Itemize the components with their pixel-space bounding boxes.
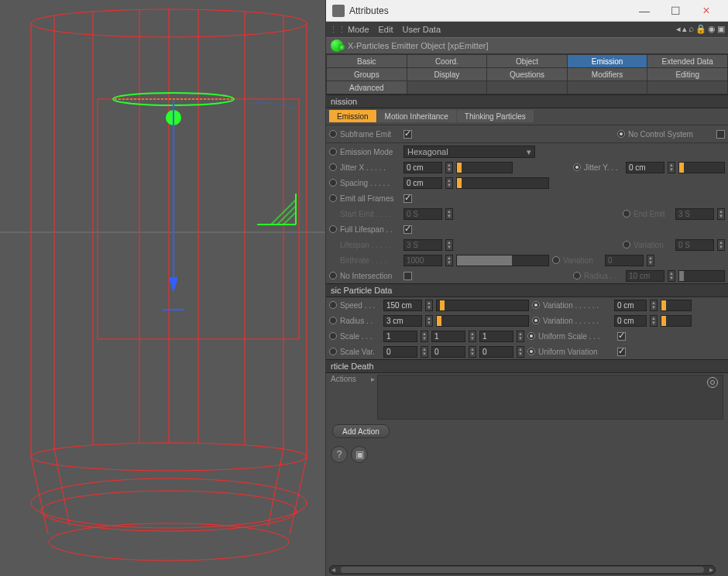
radio-jx[interactable] [329,163,337,171]
new-window-icon[interactable]: ▣ [717,24,725,34]
lbl-start: Start Emit . . . . [340,210,400,218]
radio-sp[interactable] [329,179,337,187]
spinner-prvar[interactable] [650,315,658,327]
chk-eaf[interactable] [403,194,412,203]
lbl-prvar: Variation . . . . . . [543,317,611,325]
window-titlebar[interactable]: Attributes — ☐ × [326,0,728,22]
input-nrad: 10 cm [626,270,664,282]
radio-nocontrol[interactable] [617,130,625,138]
spinner-sp[interactable] [445,177,453,189]
input-scale-z[interactable]: 1 [479,331,513,342]
spinner-svar[interactable] [650,300,658,311]
tab-basic[interactable]: Basic [327,55,407,67]
radio-subframe[interactable] [329,130,337,138]
tab-emission[interactable]: Emission [568,55,647,67]
chk-subframe[interactable] [403,130,412,139]
input-speed[interactable]: 150 cm [383,300,422,311]
spinner-nrad [668,270,675,282]
input-scalev-y[interactable]: 0 [431,346,465,358]
target-icon[interactable] [707,377,718,388]
radio-eaf[interactable] [329,194,337,202]
close-button[interactable]: × [691,0,722,22]
radio-uvar[interactable] [527,348,535,355]
scrollbar-thumb[interactable] [341,567,704,573]
chk-noi[interactable] [403,272,412,280]
radio-prad[interactable] [329,317,337,324]
input-spacing[interactable]: 0 cm [403,177,442,189]
lbl-speed: Speed . . . [340,301,380,310]
gear-icon[interactable]: ◉ [708,24,716,34]
chk-fl[interactable] [403,225,412,234]
input-prvar[interactable]: 0 cm [614,315,647,327]
tab-row-1: Basic Coord. Object Emission Extended Da… [326,54,728,68]
input-scale-y[interactable]: 1 [431,331,465,342]
input-scalev-z[interactable]: 0 [479,346,513,358]
slider-sp[interactable] [456,177,549,189]
slider-svar[interactable] [661,300,692,311]
radio-emode[interactable] [329,148,337,156]
scrollbar-horizontal[interactable] [329,565,716,574]
slider-jx[interactable] [456,162,513,173]
slider-speed[interactable] [436,300,529,311]
add-action-button[interactable]: Add Action [332,424,390,438]
viewport-3d[interactable] [0,0,325,576]
tab-modifiers[interactable]: Modifiers [568,68,647,81]
slider-prad[interactable] [436,315,529,327]
subtab-motion[interactable]: Motion Inheritance [377,110,456,122]
expand-icon[interactable]: ▸ [371,375,377,383]
object-name: X-Particles Emitter Object [xpEmitter] [348,41,489,50]
lbl-nocontrol: No Control System [628,130,713,139]
nav-fwd-icon[interactable]: ▴ [682,24,687,34]
camera-icon[interactable]: ▣ [351,446,368,463]
radio-scalev[interactable] [329,348,337,355]
svg-marker-24 [169,277,178,293]
chk-uscale[interactable] [617,332,626,341]
spinner-jy[interactable] [668,162,675,173]
tab-coord[interactable]: Coord. [407,55,487,67]
tab-display[interactable]: Display [407,68,487,81]
radio-noi[interactable] [329,272,337,279]
input-jitter-y[interactable]: 0 cm [626,162,664,173]
menu-edit[interactable]: Edit [379,25,393,34]
minimize-button[interactable]: — [629,0,660,22]
tab-advanced[interactable]: Advanced [327,81,407,94]
dropdown-emission-mode[interactable]: Hexagonal [403,146,535,158]
input-scale-x[interactable]: 1 [383,331,417,342]
input-jitter-x[interactable]: 0 cm [403,162,442,173]
tab-groups[interactable]: Groups [327,68,407,81]
radio-fl[interactable] [329,225,337,233]
nav-back-icon[interactable]: ◂ [676,24,681,34]
spinner-speed[interactable] [425,300,433,311]
slider-prvar[interactable] [661,315,692,327]
lbl-fl: Full Lifespan . . [340,225,400,234]
radio-jy[interactable] [573,163,581,171]
help-icon[interactable]: ? [331,446,348,463]
lbl-uvar: Uniform Variation [538,348,614,356]
object-header: X-Particles Emitter Object [xpEmitter] [326,37,728,54]
tab-object[interactable]: Object [487,55,567,67]
spinner-jx[interactable] [445,162,453,173]
subtab-thinking[interactable]: Thinking Particles [457,110,534,122]
tab-questions[interactable]: Questions [487,68,567,81]
menu-mode[interactable]: Mode [348,25,369,34]
input-prad[interactable]: 3 cm [383,315,422,327]
lock-icon[interactable]: 🔒 [695,24,706,34]
radio-speed[interactable] [329,301,337,309]
tab-extended[interactable]: Extended Data [647,55,727,67]
input-scalev-x[interactable]: 0 [383,346,417,358]
tab-editing[interactable]: Editing [647,68,727,81]
actions-list[interactable] [377,375,723,420]
subtab-emission[interactable]: Emission [329,110,376,122]
menu-userdata[interactable]: User Data [403,25,441,34]
radio-uscale[interactable] [527,332,535,340]
spinner-prad[interactable] [425,315,433,327]
chk-nocontrol[interactable] [716,130,725,139]
maximize-button[interactable]: ☐ [660,0,691,22]
slider-jy[interactable] [678,162,725,173]
radio-svar[interactable] [532,301,540,309]
chk-uvar[interactable] [617,348,626,356]
radio-prvar[interactable] [532,317,540,324]
input-svar[interactable]: 0 cm [614,300,647,311]
search-icon[interactable]: ⌕ [689,23,694,34]
radio-scale[interactable] [329,332,337,340]
